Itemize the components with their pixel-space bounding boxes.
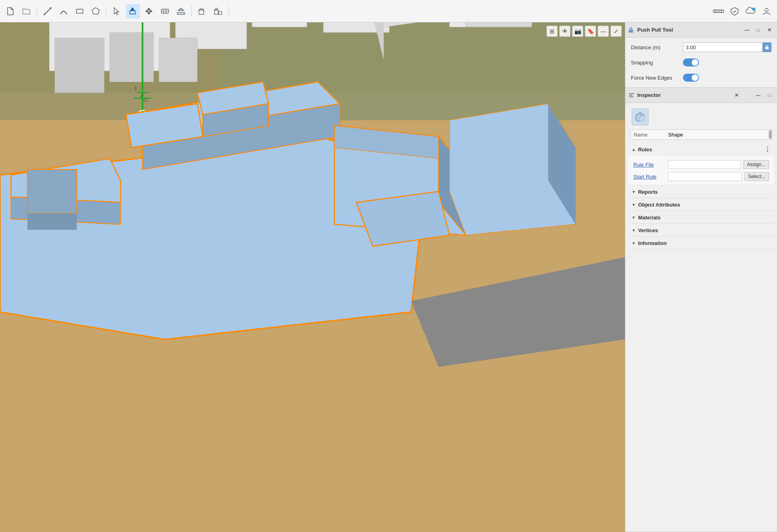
svg-rect-39 <box>55 38 104 93</box>
rule-file-row: Rule File Assign... <box>633 159 769 171</box>
eye-control-btn[interactable]: 👁 <box>559 26 570 37</box>
vertices-header[interactable]: ▼ Vertices <box>628 225 774 236</box>
inspector-maximize-btn[interactable]: □ <box>765 91 774 100</box>
svg-text:⤢: ⤢ <box>140 93 144 98</box>
name-input[interactable] <box>667 130 769 139</box>
snapping-toggle[interactable] <box>683 58 699 66</box>
layers-control-btn[interactable]: ⊞ <box>546 26 558 37</box>
distance-input[interactable] <box>683 42 763 52</box>
svg-rect-41 <box>159 38 197 82</box>
svg-marker-4 <box>114 8 119 15</box>
information-header[interactable]: ▼ Information <box>628 237 774 249</box>
footprint-import-icon[interactable] <box>174 4 188 18</box>
svg-rect-40 <box>110 32 154 82</box>
measurements-icon[interactable] <box>711 4 726 18</box>
svg-text:+: + <box>753 8 755 10</box>
rules-section: ▲ Rules ⋮ Rule File Assign... Start Rule <box>628 143 774 185</box>
snapping-row: Snapping <box>631 57 771 68</box>
svg-text:↕: ↕ <box>134 84 137 91</box>
object-attributes-section: ▼ Object Attributes <box>628 199 774 211</box>
svg-text:△: △ <box>144 96 148 102</box>
top-toolbar: + <box>0 0 777 22</box>
rectangle-icon[interactable] <box>72 4 87 18</box>
arc-tool-icon[interactable] <box>56 4 71 18</box>
minimize-view-btn[interactable]: — <box>598 26 609 37</box>
distance-label: Distance (m) <box>631 44 683 50</box>
push-pull-close-btn[interactable]: ✕ <box>765 26 774 34</box>
push-pull-content: Distance (m) Snapping <box>625 38 777 87</box>
push-pull-tool-icon[interactable] <box>126 4 140 18</box>
materials-header[interactable]: ▼ Materials <box>628 212 774 223</box>
information-chevron: ▼ <box>632 241 636 245</box>
svg-marker-6 <box>131 8 134 10</box>
shield-icon[interactable] <box>727 4 742 18</box>
force-edges-toggle-wrapper <box>683 74 771 82</box>
object-attributes-header[interactable]: ▼ Object Attributes <box>628 199 774 211</box>
rules-body: Rule File Assign... Start Rule Select... <box>628 156 774 185</box>
open-folder-icon[interactable] <box>19 4 34 18</box>
name-scrollbar-thumb <box>769 130 771 139</box>
svg-rect-73 <box>629 30 633 32</box>
camera-control-btn[interactable]: 📷 <box>572 26 583 37</box>
separator-1 <box>37 6 37 17</box>
move-icon[interactable] <box>142 4 156 18</box>
start-rule-label[interactable]: Start Rule <box>633 174 665 180</box>
rules-more-btn[interactable]: ⋮ <box>764 146 771 153</box>
push-pull-maximize-btn[interactable]: □ <box>754 26 763 34</box>
inspector-minimize-btn[interactable]: — <box>754 91 763 100</box>
vertices-section: ▼ Vertices <box>628 225 774 237</box>
distance-row: Distance (m) <box>631 42 771 53</box>
push-pull-minimize-btn[interactable]: — <box>743 26 751 34</box>
push-pull-header: Push Pull Tool — □ ✕ <box>625 22 777 38</box>
inspector-content: Name ▲ Rules ⋮ Rule File <box>625 103 777 532</box>
building3d-icon[interactable] <box>195 4 209 18</box>
rules-header[interactable]: ▲ Rules ⋮ <box>628 143 774 156</box>
rule-file-label[interactable]: Rule File <box>633 162 665 168</box>
push-pull-title: Push Pull Tool <box>637 27 740 33</box>
assign-btn[interactable]: Assign... <box>743 160 769 169</box>
snapping-label: Snapping <box>631 60 683 66</box>
name-field-label: Name <box>630 130 667 139</box>
texture-icon[interactable] <box>158 4 172 18</box>
object-attributes-label: Object Attributes <box>638 202 680 208</box>
select-btn[interactable]: Select... <box>745 172 769 181</box>
vertices-chevron: ▼ <box>632 228 636 233</box>
reports-chevron: ▼ <box>632 190 636 194</box>
cloud-icon[interactable]: + <box>743 4 758 18</box>
inspector-header-icon <box>628 92 635 98</box>
svg-marker-17 <box>215 8 218 10</box>
svg-rect-5 <box>130 11 135 14</box>
bookmark-control-btn[interactable]: 🔖 <box>585 26 596 37</box>
draw-line-icon[interactable] <box>40 4 55 18</box>
svg-rect-13 <box>199 10 204 14</box>
main-area: ↕ ⤢ △ <box>0 22 777 532</box>
viewport[interactable]: ↕ ⤢ △ <box>0 22 625 532</box>
separator-2 <box>106 6 106 17</box>
distance-lock-icon[interactable] <box>763 42 771 52</box>
separator-3 <box>191 6 192 17</box>
inspector-close-btn[interactable]: ✕ <box>732 91 741 100</box>
reports-section: ▼ Reports <box>628 186 774 198</box>
select-tool-icon[interactable] <box>110 4 124 18</box>
expand-view-btn[interactable]: ⤢ <box>610 26 622 37</box>
polygon-icon[interactable] <box>88 4 103 18</box>
rule-file-input[interactable] <box>668 160 741 169</box>
right-panel: Push Pull Tool — □ ✕ Distance (m) <box>625 22 777 532</box>
reports-header[interactable]: ▼ Reports <box>628 186 774 198</box>
svg-rect-75 <box>765 47 769 49</box>
force-edges-toggle[interactable] <box>683 74 699 82</box>
rules-label: Rules <box>638 147 652 153</box>
svg-rect-34 <box>252 22 307 27</box>
inspector-title: Inspector <box>637 92 730 98</box>
shape-icon <box>632 108 649 125</box>
new-file-icon[interactable] <box>3 4 18 18</box>
procedural-icon[interactable] <box>211 4 225 18</box>
user-account-icon[interactable] <box>759 4 774 18</box>
svg-rect-54 <box>27 169 76 213</box>
rules-chevron: ▲ <box>632 147 636 152</box>
reports-label: Reports <box>638 189 658 195</box>
svg-marker-74 <box>629 27 632 29</box>
snapping-toggle-wrapper <box>683 58 771 66</box>
start-rule-input[interactable] <box>668 172 742 181</box>
distance-value-wrapper <box>683 42 771 52</box>
